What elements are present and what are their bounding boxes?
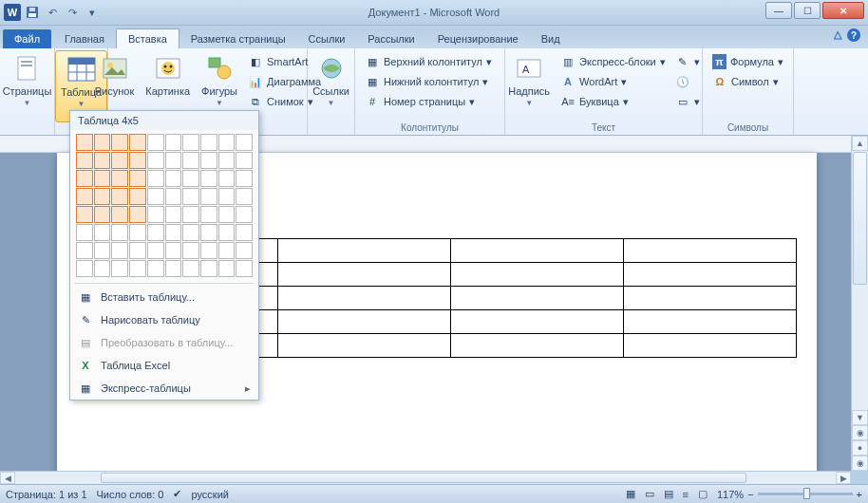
grid-cell[interactable] bbox=[200, 152, 217, 169]
grid-cell[interactable] bbox=[76, 170, 93, 187]
grid-cell[interactable] bbox=[147, 170, 164, 187]
grid-cell[interactable] bbox=[165, 134, 182, 151]
links-button[interactable]: Ссылки▼ bbox=[308, 50, 354, 121]
wordart-button[interactable]: AWordArt ▾ bbox=[557, 72, 670, 91]
tab-home[interactable]: Главная bbox=[53, 29, 116, 48]
qat-redo-icon[interactable]: ↷ bbox=[64, 4, 81, 21]
grid-cell[interactable] bbox=[218, 152, 236, 169]
language-status[interactable]: русский bbox=[191, 489, 228, 500]
grid-cell[interactable] bbox=[182, 134, 199, 151]
grid-cell[interactable] bbox=[218, 134, 236, 151]
grid-cell[interactable] bbox=[165, 188, 182, 205]
grid-cell[interactable] bbox=[129, 152, 146, 169]
grid-cell[interactable] bbox=[200, 170, 217, 187]
grid-cell[interactable] bbox=[147, 206, 164, 223]
grid-cell[interactable] bbox=[111, 224, 128, 241]
word-count[interactable]: Число слов: 0 bbox=[97, 489, 164, 500]
draw-table-item[interactable]: ✎Нарисовать таблицу bbox=[70, 308, 258, 331]
grid-cell[interactable] bbox=[147, 224, 164, 241]
grid-cell[interactable] bbox=[236, 206, 253, 223]
vertical-scrollbar[interactable]: ▲ ▼ ◉ ● ◉ bbox=[851, 136, 868, 471]
grid-cell[interactable] bbox=[94, 260, 111, 277]
grid-cell[interactable] bbox=[218, 206, 236, 223]
help-icon[interactable]: ? bbox=[847, 28, 860, 42]
equation-button[interactable]: πФормула ▾ bbox=[708, 52, 787, 71]
grid-cell[interactable] bbox=[200, 206, 217, 223]
grid-cell[interactable] bbox=[200, 188, 217, 205]
grid-cell[interactable] bbox=[165, 224, 182, 241]
grid-cell[interactable] bbox=[182, 152, 199, 169]
grid-cell[interactable] bbox=[111, 260, 128, 277]
minimize-ribbon-icon[interactable]: △ bbox=[834, 28, 841, 42]
qat-customize-icon[interactable]: ▾ bbox=[84, 4, 101, 21]
zoom-value[interactable]: 117% bbox=[717, 489, 744, 500]
grid-cell[interactable] bbox=[76, 224, 93, 241]
grid-cell[interactable] bbox=[147, 242, 164, 259]
sig-button[interactable]: ✎▾ bbox=[671, 52, 704, 71]
view-draft-icon[interactable]: ▢ bbox=[698, 488, 708, 500]
tab-file[interactable]: Файл bbox=[3, 29, 51, 48]
grid-cell[interactable] bbox=[236, 224, 253, 241]
zoom-out-icon[interactable]: − bbox=[747, 489, 753, 500]
grid-cell[interactable] bbox=[200, 260, 217, 277]
horizontal-scrollbar[interactable]: ◀ ▶ bbox=[0, 471, 851, 484]
grid-cell[interactable] bbox=[76, 134, 93, 151]
grid-cell[interactable] bbox=[94, 134, 111, 151]
grid-cell[interactable] bbox=[236, 260, 253, 277]
grid-cell[interactable] bbox=[111, 134, 128, 151]
grid-cell[interactable] bbox=[94, 170, 111, 187]
scroll-down-icon[interactable]: ▼ bbox=[852, 410, 868, 425]
grid-cell[interactable] bbox=[94, 224, 111, 241]
browse-icon[interactable]: ● bbox=[852, 440, 868, 456]
view-web-icon[interactable]: ▤ bbox=[664, 488, 673, 500]
pages-button[interactable]: Страницы ▼ bbox=[0, 50, 56, 121]
prev-page-icon[interactable]: ◉ bbox=[852, 425, 868, 440]
zoom-slider[interactable] bbox=[758, 493, 853, 495]
grid-cell[interactable] bbox=[111, 152, 128, 169]
grid-cell[interactable] bbox=[236, 152, 253, 169]
grid-cell[interactable] bbox=[129, 224, 146, 241]
grid-cell[interactable] bbox=[236, 188, 253, 205]
minimize-button[interactable]: — bbox=[765, 2, 792, 19]
quick-tables-item[interactable]: ▦Экспресс-таблицы▸ bbox=[70, 377, 258, 400]
qat-undo-icon[interactable]: ↶ bbox=[44, 4, 61, 21]
grid-cell[interactable] bbox=[129, 170, 146, 187]
grid-cell[interactable] bbox=[218, 188, 236, 205]
zoom-thumb[interactable] bbox=[803, 488, 810, 499]
tab-mailings[interactable]: Рассылки bbox=[356, 29, 425, 48]
grid-cell[interactable] bbox=[147, 152, 164, 169]
grid-cell[interactable] bbox=[129, 242, 146, 259]
grid-cell[interactable] bbox=[218, 260, 236, 277]
grid-cell[interactable] bbox=[76, 188, 93, 205]
grid-cell[interactable] bbox=[236, 242, 253, 259]
view-outline-icon[interactable]: ≡ bbox=[683, 489, 689, 500]
spellcheck-icon[interactable]: ✔ bbox=[173, 488, 181, 500]
obj-button[interactable]: ▭▾ bbox=[671, 92, 704, 111]
grid-cell[interactable] bbox=[200, 224, 217, 241]
scroll-right-icon[interactable]: ▶ bbox=[836, 472, 851, 484]
grid-cell[interactable] bbox=[147, 260, 164, 277]
tab-view[interactable]: Вид bbox=[530, 29, 572, 48]
grid-cell[interactable] bbox=[76, 242, 93, 259]
tab-references[interactable]: Ссылки bbox=[297, 29, 357, 48]
grid-cell[interactable] bbox=[94, 152, 111, 169]
textbox-button[interactable]: AНадпись▼ bbox=[503, 50, 555, 121]
view-print-icon[interactable]: ▦ bbox=[626, 488, 635, 500]
grid-cell[interactable] bbox=[165, 206, 182, 223]
grid-cell[interactable] bbox=[111, 242, 128, 259]
excel-table-item[interactable]: XТаблица Excel bbox=[70, 354, 258, 377]
footer-button[interactable]: ▦Нижний колонтитул ▾ bbox=[361, 72, 499, 91]
grid-cell[interactable] bbox=[94, 242, 111, 259]
grid-cell[interactable] bbox=[129, 188, 146, 205]
grid-cell[interactable] bbox=[165, 242, 182, 259]
quickparts-button[interactable]: ▥Экспресс-блоки ▾ bbox=[557, 52, 670, 71]
page-number-button[interactable]: #Номер страницы ▾ bbox=[361, 92, 499, 111]
grid-cell[interactable] bbox=[94, 206, 111, 223]
next-page-icon[interactable]: ◉ bbox=[852, 456, 868, 471]
zoom-in-icon[interactable]: + bbox=[857, 489, 862, 500]
header-button[interactable]: ▦Верхний колонтитул ▾ bbox=[361, 52, 499, 71]
grid-cell[interactable] bbox=[182, 188, 199, 205]
view-read-icon[interactable]: ▭ bbox=[645, 488, 654, 500]
symbol-button[interactable]: ΩСимвол ▾ bbox=[708, 72, 787, 91]
grid-cell[interactable] bbox=[129, 206, 146, 223]
